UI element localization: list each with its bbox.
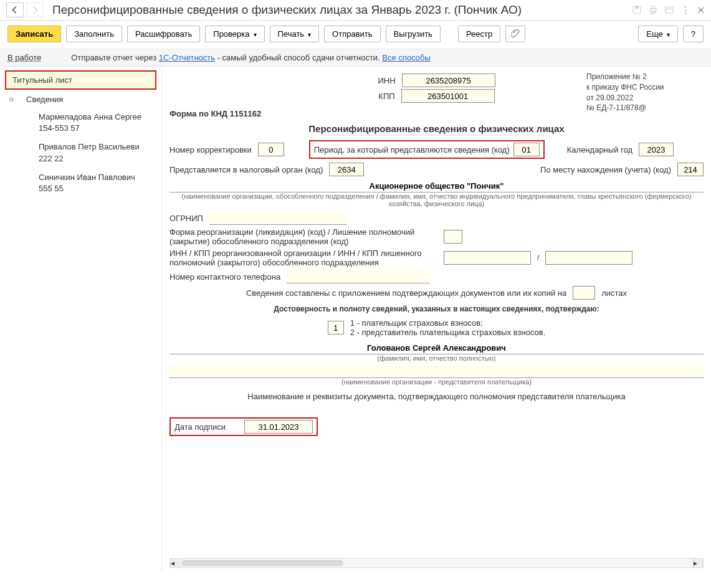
reorg-label: Форма реорганизации (ликвидация) (код) /… — [169, 227, 437, 246]
page-title: Персонифицированные сведения о физически… — [52, 3, 632, 17]
regulation-box: Приложение № 2 к приказу ФНС России от 2… — [586, 72, 699, 113]
all-methods-link[interactable]: Все способы — [382, 53, 430, 62]
tax-org-label: Представляется в налоговый орган (код) — [169, 165, 323, 174]
sign-date-input[interactable] — [244, 420, 313, 434]
confirm-code-input[interactable] — [328, 321, 344, 334]
sheets-input[interactable] — [573, 286, 595, 300]
sheets-label: листах — [601, 288, 627, 298]
rep-org-input[interactable] — [169, 366, 704, 378]
kpp-label: КПП — [378, 92, 394, 101]
close-icon[interactable]: ✕ — [697, 4, 705, 16]
confirm-opt1: 1 - плательщик страховых взносов; — [350, 318, 546, 328]
corr-input[interactable] — [258, 143, 284, 156]
svg-rect-1 — [635, 6, 639, 9]
reorg-inn-input[interactable] — [444, 251, 531, 265]
print-button[interactable]: Печать▾ — [270, 26, 320, 42]
year-input[interactable] — [639, 143, 674, 156]
sign-date-highlight: Дата подписи — [169, 417, 318, 436]
reorg-code-input[interactable] — [444, 230, 462, 244]
nav-forward-button[interactable] — [26, 2, 44, 17]
form-title: Персонифицированные сведения о физически… — [169, 123, 704, 134]
ogrnip-label: ОГРНИП — [169, 214, 203, 223]
infobar-text: Отправьте отчет через 1С-Отчетность - са… — [71, 53, 431, 62]
tree-person-0[interactable]: Мармеладова Анна Сергее154-553 57 — [0, 108, 161, 138]
status-link[interactable]: В работе — [7, 53, 41, 62]
registry-button[interactable]: Реестр — [458, 26, 500, 42]
arrow-right-icon — [31, 6, 39, 14]
more-button[interactable]: Еще▾ — [638, 26, 677, 42]
period-label: Период, за который представляются сведен… — [314, 145, 510, 154]
place-input[interactable] — [677, 163, 704, 176]
corr-label: Номер корректировки — [169, 145, 252, 154]
collapse-icon[interactable]: ⊖ — [9, 96, 16, 103]
confirm-title: Достоверность и полноту сведений, указан… — [169, 305, 704, 313]
print-icon[interactable] — [648, 5, 658, 15]
tree-item-svedeniya[interactable]: ⊖ Сведения — [0, 91, 161, 108]
org-hint: (наименование организации, обособленного… — [169, 192, 704, 207]
save-button[interactable]: Записать — [7, 26, 61, 42]
phone-label: Номер контактного телефона — [169, 272, 280, 282]
period-highlight: Период, за который представляются сведен… — [309, 140, 545, 159]
confirm-opt2: 2 - представитель плательщика страховых … — [350, 328, 546, 337]
upload-button[interactable]: Выгрузить — [386, 26, 441, 42]
place-label: По месту нахождения (учета) (код) — [540, 165, 671, 174]
svg-rect-5 — [666, 7, 673, 13]
org-name-input[interactable] — [169, 180, 704, 192]
svg-rect-3 — [651, 6, 655, 9]
kpp-input[interactable] — [401, 89, 495, 103]
kebab-icon[interactable]: ⋮ — [680, 4, 690, 16]
fill-button[interactable]: Заполнить — [66, 26, 122, 42]
send-button[interactable]: Отправить — [324, 26, 380, 42]
sign-date-label: Дата подписи — [174, 422, 226, 432]
signer-hint: (фамилия, имя, отчество полностью) — [169, 354, 704, 362]
1c-report-link[interactable]: 1С-Отчетность — [159, 53, 215, 62]
inn-input[interactable] — [402, 74, 495, 87]
tree-person-1[interactable]: Привалов Петр Васильеви222 22 — [0, 138, 161, 168]
save-icon[interactable] — [632, 5, 642, 15]
window-icon[interactable] — [664, 5, 674, 15]
docs-attach-label: Сведения составлены с приложением подтве… — [246, 288, 566, 298]
help-button[interactable]: ? — [683, 26, 704, 42]
doc-label: Наименование и реквизиты документа, подт… — [169, 392, 704, 401]
tree-person-2[interactable]: Синичкин Иван Павлович555 55 — [0, 168, 161, 198]
attach-button[interactable] — [505, 26, 525, 42]
arrow-left-icon — [11, 6, 19, 14]
horizontal-scrollbar[interactable]: ◂ ▸ — [169, 558, 704, 568]
tree-item-title-sheet[interactable]: Титульный лист — [5, 70, 156, 90]
inn-label: ИНН — [378, 76, 395, 85]
scroll-right-button[interactable]: ▸ — [693, 559, 703, 567]
rep-org-hint: (наименование организации - представител… — [169, 378, 704, 386]
period-input[interactable] — [513, 143, 540, 156]
section-tree: Титульный лист ⊖ Сведения Мармеладова Ан… — [0, 67, 162, 572]
paperclip-icon — [511, 29, 520, 37]
year-label: Календарный год — [567, 145, 632, 154]
scroll-left-button[interactable]: ◂ — [170, 559, 180, 567]
check-button[interactable]: Проверка▾ — [205, 26, 264, 42]
innkpp-reorg-label: ИНН / КПП реорганизованной организации /… — [169, 249, 437, 267]
nav-back-button[interactable] — [6, 2, 24, 17]
reorg-kpp-input[interactable] — [545, 251, 632, 265]
decode-button[interactable]: Расшифровать — [127, 26, 200, 42]
scroll-thumb[interactable] — [181, 560, 343, 566]
ogrnip-input[interactable] — [209, 211, 346, 225]
phone-input[interactable] — [287, 270, 430, 283]
tax-org-input[interactable] — [329, 163, 364, 176]
signer-input[interactable] — [169, 342, 704, 354]
